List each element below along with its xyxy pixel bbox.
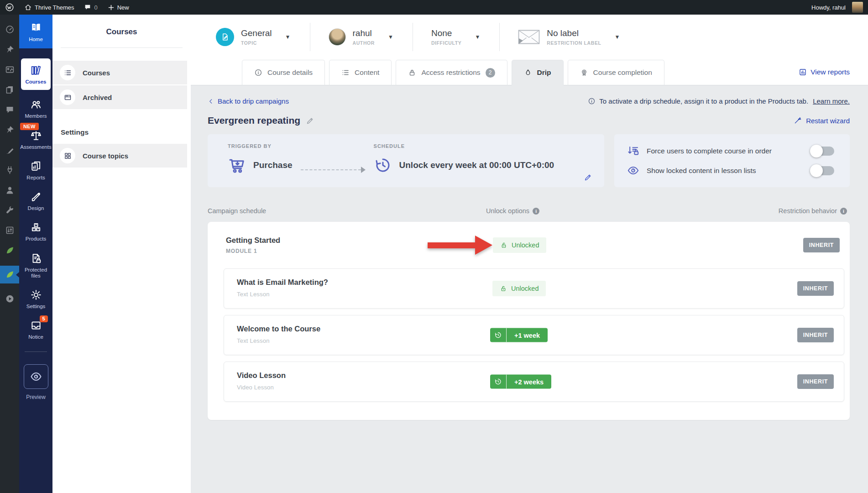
unlock-option-button[interactable]: Unlocked	[493, 237, 546, 253]
comments-icon[interactable]	[5, 105, 15, 115]
history-clock-icon	[490, 328, 507, 342]
info-icon[interactable]: i	[840, 208, 847, 215]
book-logo-icon	[30, 22, 42, 34]
sidebar-item-label: Design	[28, 205, 44, 211]
comments-count: 0	[94, 4, 97, 11]
history-clock-icon	[490, 375, 507, 389]
lock-open-icon	[500, 285, 507, 292]
nav-item-courses[interactable]: Courses	[52, 61, 187, 84]
sliders-icon[interactable]	[5, 226, 15, 235]
restriction-behavior-button[interactable]: INHERIT	[797, 374, 834, 389]
dashboard-gauge-icon[interactable]	[5, 25, 15, 34]
sidebar-item-assessments[interactable]: NEW Assessments	[19, 125, 52, 155]
home-icon	[24, 4, 32, 11]
pin-icon[interactable]	[5, 125, 15, 135]
column-campaign-schedule: Campaign schedule	[208, 207, 266, 215]
triggered-by-label: TRIGGERED BY	[228, 143, 293, 149]
restriction-label-selector[interactable]: No label RESTRICTION LABEL ▼	[499, 23, 639, 51]
tab-drip[interactable]: Drip	[512, 60, 564, 85]
difficulty-selector[interactable]: None DIFFICULTY ▼	[413, 23, 499, 51]
back-to-drip-campaigns-link[interactable]: Back to drip campaigns	[208, 97, 289, 105]
tab-course-details[interactable]: Course details	[242, 60, 325, 85]
tab-course-completion[interactable]: Course completion	[568, 60, 664, 85]
archive-icon	[60, 89, 75, 105]
author-value: rahul	[353, 28, 375, 38]
site-name: Thrive Themes	[35, 4, 74, 11]
tab-label: Course completion	[593, 68, 652, 77]
unlock-delay-button[interactable]: +1 week	[490, 328, 548, 342]
topic-selector[interactable]: General TOPIC ▼	[216, 23, 310, 51]
restriction-behavior-button[interactable]: INHERIT	[797, 281, 834, 296]
tab-content[interactable]: Content	[329, 60, 392, 85]
new-badge: NEW	[20, 123, 39, 131]
lesson-row: Video Lesson Video Lesson +2 weeks INHER…	[224, 362, 844, 402]
toggle-knob	[810, 145, 823, 157]
info-icon[interactable]: i	[533, 208, 539, 215]
wrench-icon[interactable]	[5, 205, 15, 215]
sidebar-item-notice[interactable]: 5 Notice	[19, 315, 52, 345]
medal-icon	[580, 68, 588, 77]
wp-logo-menu[interactable]	[0, 0, 19, 15]
pages-icon[interactable]	[5, 85, 15, 94]
thrive-leaf-active-icon	[5, 270, 15, 279]
brush-icon[interactable]	[5, 145, 15, 155]
chevron-down-icon: ▼	[388, 34, 393, 40]
boxes-icon	[30, 221, 42, 233]
toggle-force-order[interactable]	[811, 147, 834, 156]
wp-active-menu-item[interactable]	[0, 266, 19, 283]
media-icon[interactable]	[5, 65, 15, 74]
sidebar-item-preview[interactable]: Preview	[19, 359, 52, 406]
option-force-order: Force users to complete course in order	[627, 145, 837, 157]
sidebar-item-products[interactable]: Products	[19, 216, 52, 247]
sidebar-item-design[interactable]: Design	[19, 186, 52, 216]
tab-access-restrictions[interactable]: Access restrictions 2	[396, 60, 507, 85]
thrive-leaf-icon[interactable]	[5, 246, 15, 255]
nav-item-archived[interactable]: Archived	[52, 85, 187, 109]
sidebar-item-protected-files[interactable]: Protected files	[19, 247, 52, 284]
grid-icon	[60, 148, 75, 163]
column-restriction-behavior: Restriction behavior	[779, 207, 837, 215]
cart-icon	[228, 156, 246, 174]
howdy-menu[interactable]: Howdy, rahul	[806, 0, 868, 15]
learn-more-link[interactable]: Learn more.	[813, 97, 850, 105]
author-selector[interactable]: rahul AUTHOR ▼	[310, 23, 413, 51]
pin-icon[interactable]	[5, 45, 15, 54]
flow-arrow	[301, 165, 366, 174]
ordered-lock-icon	[627, 145, 639, 157]
topic-value: General	[241, 28, 272, 38]
sidebar-item-label: Preview	[26, 394, 46, 401]
sidebar-item-members[interactable]: Members	[19, 94, 52, 124]
sidebar-item-settings[interactable]: Settings	[19, 284, 52, 315]
unlock-delay-button[interactable]: +2 weeks	[490, 375, 551, 389]
thrive-sidebar: Home Courses Members NEW Assessments Rep…	[19, 15, 52, 493]
sidebar-item-courses[interactable]: Courses	[21, 58, 51, 90]
sidebar-item-label: Notice	[28, 334, 43, 340]
restriction-behavior-button[interactable]: INHERIT	[797, 328, 834, 342]
play-circle-icon[interactable]	[5, 294, 15, 304]
unlock-option-button[interactable]: Unlocked	[492, 281, 546, 296]
eye-icon	[627, 164, 639, 177]
chart-icon	[799, 68, 807, 76]
plus-icon	[108, 4, 115, 11]
nav-item-label: Course topics	[83, 152, 128, 160]
comments-menu[interactable]: 0	[79, 0, 102, 15]
sidebar-item-home[interactable]: Home	[19, 15, 52, 48]
site-menu[interactable]: Thrive Themes	[19, 0, 79, 15]
plugin-icon[interactable]	[5, 165, 15, 175]
edit-pencil-icon[interactable]	[584, 173, 592, 182]
toggle-show-locked[interactable]	[811, 166, 834, 175]
sidebar-item-reports[interactable]: Reports	[19, 155, 52, 186]
user-icon[interactable]	[5, 185, 15, 195]
red-arrow-annotation	[428, 236, 492, 255]
toggle-knob	[810, 164, 823, 177]
topic-label: TOPIC	[241, 40, 272, 46]
new-menu[interactable]: New	[103, 0, 134, 15]
restart-wizard-button[interactable]: Restart wizard	[794, 116, 850, 125]
difficulty-value: None	[431, 28, 461, 38]
lesson-row: What is Email Marketing? Text Lesson Unl…	[224, 268, 844, 309]
restriction-behavior-button[interactable]: INHERIT	[803, 238, 840, 252]
edit-pencil-icon[interactable]	[306, 116, 314, 125]
view-reports-link[interactable]: View reports	[799, 68, 850, 76]
course-tabs: Course details Content Access restrictio…	[191, 59, 868, 85]
nav-item-course-topics[interactable]: Course topics	[52, 144, 187, 168]
